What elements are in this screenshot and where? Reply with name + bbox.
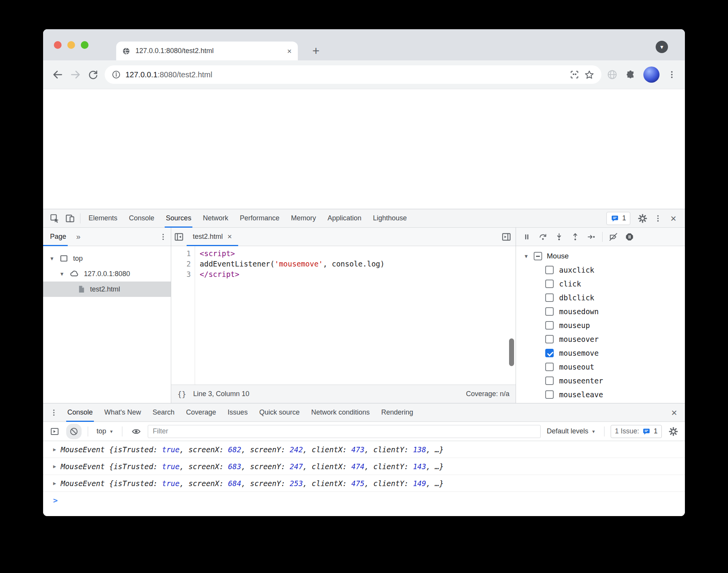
new-tab-button[interactable]: +: [309, 43, 323, 58]
issues-summary[interactable]: 1 Issue: 1: [611, 425, 662, 438]
more-tabs-icon[interactable]: »: [76, 232, 80, 241]
page-viewport[interactable]: [43, 89, 685, 209]
tree-item-top[interactable]: ▼ top: [43, 251, 171, 266]
pretty-print-icon[interactable]: {}: [177, 390, 186, 398]
console-prompt[interactable]: >: [43, 492, 685, 509]
hide-navigator-button[interactable]: [171, 229, 187, 245]
page-info-icon[interactable]: [112, 70, 121, 79]
forward-button[interactable]: [69, 68, 82, 81]
pause-on-exceptions-button[interactable]: [622, 229, 637, 245]
editor-tab-test2[interactable]: test2.html ×: [187, 228, 238, 246]
drawer-menu-button[interactable]: [46, 405, 62, 420]
drawer-close-button[interactable]: ×: [666, 405, 682, 420]
globe-disabled-icon[interactable]: [607, 69, 618, 80]
clear-console-button[interactable]: [66, 424, 82, 439]
devtools-menu-button[interactable]: [650, 211, 666, 226]
extensions-puzzle-icon[interactable]: [625, 70, 636, 80]
event-checkbox[interactable]: [545, 363, 554, 371]
drawer-tab-rendering[interactable]: Rendering: [376, 403, 419, 421]
tab-overflow-button[interactable]: ▼: [656, 41, 668, 53]
event-checkbox[interactable]: [545, 390, 554, 399]
console-filter-input[interactable]: [148, 425, 541, 438]
console-settings-button[interactable]: [666, 424, 681, 439]
console-sidebar-button[interactable]: [47, 424, 62, 439]
tab-lighthouse[interactable]: Lighthouse: [367, 209, 412, 227]
tree-item-origin[interactable]: ▼ 127.0.0.1:8080: [43, 266, 171, 282]
code-editor[interactable]: 1 2 3 <script> addEventListener('mousemo…: [171, 246, 516, 385]
devtools-settings-button[interactable]: [635, 211, 650, 226]
expand-arrow-icon[interactable]: ▶: [53, 463, 56, 469]
tab-sources[interactable]: Sources: [160, 209, 197, 227]
step-into-button[interactable]: [551, 229, 567, 245]
console-context-selector[interactable]: top ▼: [94, 427, 116, 435]
expand-arrow-icon[interactable]: ▶: [53, 480, 56, 486]
drawer-tab-coverage[interactable]: Coverage: [180, 403, 222, 421]
browser-tab[interactable]: 127.0.0.1:8080/test2.html ×: [116, 42, 298, 60]
event-checkbox[interactable]: [545, 266, 554, 274]
drawer-tab-console[interactable]: Console: [62, 403, 99, 421]
reload-button[interactable]: [87, 68, 99, 81]
tab-elements[interactable]: Elements: [83, 209, 123, 227]
profile-avatar[interactable]: [643, 67, 660, 83]
tab-console[interactable]: Console: [123, 209, 160, 227]
console-message[interactable]: ▶ MouseEvent {isTrusted: true, screenX: …: [43, 458, 685, 475]
tree-item-file[interactable]: test2.html: [43, 282, 171, 297]
drawer-tab-network-conditions[interactable]: Network conditions: [306, 403, 376, 421]
breakpoint-group-mouse[interactable]: ▼ Mouse: [516, 249, 685, 263]
event-checkbox[interactable]: [545, 280, 554, 288]
address-bar[interactable]: 127.0.0.1:8080/test2.html: [105, 65, 601, 84]
breakpoint-row[interactable]: dblclick: [516, 291, 685, 305]
twisty-down-icon[interactable]: ▼: [524, 253, 530, 259]
console-message[interactable]: ▶ MouseEvent {isTrusted: true, screenX: …: [43, 475, 685, 492]
step-button[interactable]: [584, 229, 599, 245]
step-over-button[interactable]: [535, 229, 551, 245]
devtools-close-button[interactable]: ×: [666, 211, 681, 226]
tab-network[interactable]: Network: [197, 209, 234, 227]
log-levels-selector[interactable]: Default levels ▼: [544, 427, 598, 435]
event-checkbox[interactable]: [545, 321, 554, 330]
bookmark-star-icon[interactable]: [584, 70, 594, 80]
breakpoint-row[interactable]: mousedown: [516, 305, 685, 318]
minimize-window-button[interactable]: [67, 41, 75, 49]
drawer-tab-quick-source[interactable]: Quick source: [254, 403, 306, 421]
breakpoint-row[interactable]: mouseenter: [516, 374, 685, 388]
device-toolbar-button[interactable]: [62, 211, 78, 226]
expand-arrow-icon[interactable]: ▶: [53, 446, 56, 452]
close-window-button[interactable]: [54, 41, 62, 49]
breakpoint-row[interactable]: click: [516, 277, 685, 291]
show-debugger-sidebar-button[interactable]: [499, 229, 514, 245]
inspect-element-button[interactable]: [47, 211, 62, 226]
deactivate-breakpoints-button[interactable]: [606, 229, 621, 245]
event-checkbox[interactable]: [545, 376, 554, 385]
twisty-down-icon[interactable]: ▼: [49, 256, 55, 262]
console-message[interactable]: ▶ MouseEvent {isTrusted: true, screenX: …: [43, 441, 685, 458]
breakpoint-row[interactable]: mousemove: [516, 346, 685, 360]
breakpoint-row[interactable]: auxclick: [516, 263, 685, 277]
pause-script-button[interactable]: [519, 229, 534, 245]
breakpoint-row[interactable]: mouseup: [516, 318, 685, 332]
event-checkbox[interactable]: [545, 293, 554, 302]
step-out-button[interactable]: [568, 229, 583, 245]
tab-application[interactable]: Application: [322, 209, 367, 227]
mouse-group-checkbox[interactable]: [534, 252, 542, 260]
navigator-menu-button[interactable]: [155, 229, 171, 245]
live-expression-button[interactable]: [129, 424, 144, 439]
event-checkbox[interactable]: [545, 335, 554, 343]
issues-counter-badge[interactable]: 1: [606, 212, 630, 225]
zoom-window-button[interactable]: [81, 41, 88, 49]
back-button[interactable]: [52, 68, 64, 81]
breakpoint-row[interactable]: mouseover: [516, 332, 685, 346]
breakpoint-row[interactable]: mouseleave: [516, 388, 685, 401]
drawer-tab-whats-new[interactable]: What's New: [99, 403, 147, 421]
tab-memory[interactable]: Memory: [285, 209, 322, 227]
twisty-down-icon[interactable]: ▼: [59, 271, 65, 277]
browser-menu-icon[interactable]: [667, 70, 676, 79]
editor-scrollbar-thumb[interactable]: [509, 338, 514, 366]
event-checkbox[interactable]: [545, 307, 554, 316]
breakpoint-row[interactable]: mouseout: [516, 360, 685, 374]
event-checkbox[interactable]: [545, 349, 554, 357]
qr-share-icon[interactable]: [569, 70, 579, 80]
tab-performance[interactable]: Performance: [234, 209, 285, 227]
editor-tab-close-icon[interactable]: ×: [227, 232, 232, 241]
navigator-tab-page[interactable]: Page: [43, 228, 73, 246]
